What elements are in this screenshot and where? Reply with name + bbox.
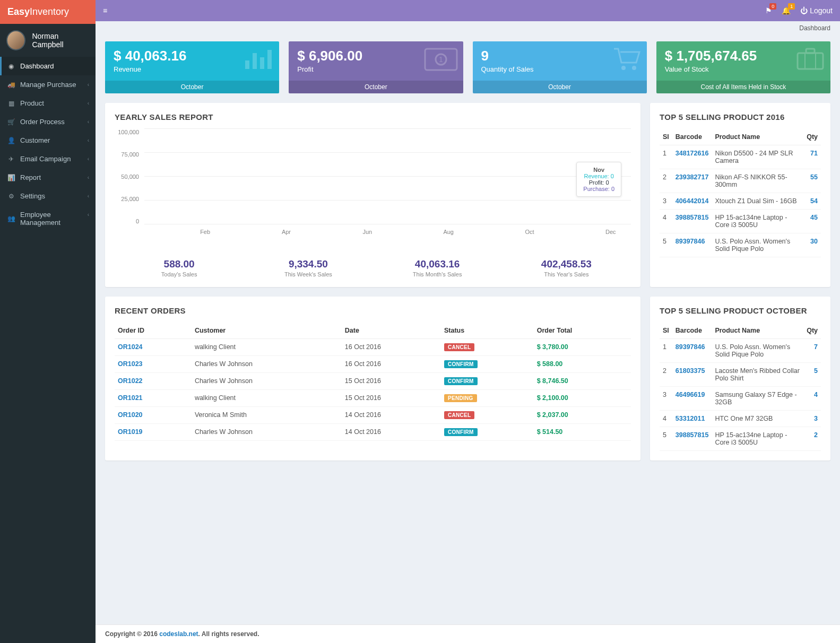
recent-orders-table: Order ID Customer Date Status Order Tota… [115,323,631,441]
chevron-left-icon: ‹ [88,175,89,180]
order-id-link[interactable]: OR1020 [118,411,143,419]
yearly-sales-panel: YEARLY SALES REPORT 100,00075,00050,0002… [105,103,640,287]
strip-label: Today's Sales [115,271,244,277]
status-badge: PENDING [444,394,477,402]
top5-month-panel: TOP 5 SELLING PRODUCT OCTOBER Sl Barcode… [650,297,830,460]
nav-icon: 👥 [7,215,15,222]
footer-link[interactable]: codeslab.net [159,630,198,638]
nav-icon: ◉ [7,63,15,70]
status-badge: CANCEL [444,411,474,419]
order-id-link[interactable]: OR1023 [118,360,143,368]
brand-rest: Inventory [30,6,69,17]
strip-value: 40,063.16 [373,258,502,270]
strip-label: This Year's Sales [502,271,631,277]
order-id-link[interactable]: OR1022 [118,377,143,385]
status-badge: CONFIRM [444,377,478,385]
sidebar-item-settings[interactable]: ⚙Settings [0,187,96,205]
barcode-link[interactable]: 398857815 [676,431,709,439]
chevron-left-icon: ‹ [88,100,89,106]
chevron-left-icon: ‹ [88,119,89,125]
barcode-link[interactable]: 239382717 [676,173,709,181]
barcode-link[interactable]: 61803375 [676,367,705,375]
svg-point-8 [632,66,636,70]
strip-value: 402,458.53 [502,258,631,270]
sidebar-item-order-process[interactable]: 🛒Order Process [0,112,96,131]
table-row: 589397846U.S. Polo Assn. Women's Solid P… [660,233,821,257]
stat-card[interactable]: $ 1,705,674.65Value of StockCost of All … [656,41,830,93]
barcode-link[interactable]: 89397846 [676,343,705,351]
strip-label: This Month's Sales [373,271,502,277]
table-row: 261803375Lacoste Men's Ribbed Collar Pol… [660,363,821,387]
table-row: 4398857815HP 15-ac134ne Laptop - Core i3… [660,210,821,233]
stat-card[interactable]: $ 6,906.00Profit1October [289,41,463,93]
sidebar-nav: ◉Dashboard🚚Manage Purchase‹▦Product‹🛒Ord… [0,57,96,232]
table-row: 3406442014Xtouch Z1 Dual Sim - 16GB54 [660,193,821,210]
top5-month-table: Sl Barcode Product Name Qty 189397846U.S… [660,323,821,451]
sidebar-item-manage-purchase[interactable]: 🚚Manage Purchase [0,75,96,94]
order-id-link[interactable]: OR1024 [118,343,143,351]
table-row: 1348172616Nikon D5500 - 24 MP SLR Camera… [660,145,821,169]
nav-icon: ✈ [7,155,15,163]
sidebar-item-label: Settings [20,192,45,200]
sidebar-item-label: Customer [20,136,50,144]
table-row: OR1020Veronica M Smith14 Oct 2016CANCEL$… [115,407,631,424]
sidebar-item-employee-management[interactable]: 👥Employee Management [0,205,96,232]
panel-title: TOP 5 SELLING PRODUCT 2016 [660,112,821,121]
brand-bold: Easy [7,6,30,17]
chevron-left-icon: ‹ [88,193,89,199]
chart-tooltip: Nov Revenue: 0 Profit: 0 Purchase: 0 [576,162,621,197]
bell-icon[interactable]: 🔔1 [782,6,791,15]
svg-rect-3 [267,50,272,69]
chevron-left-icon: ‹ [88,137,89,143]
chevron-left-icon: ‹ [88,156,89,162]
stat-footer: Cost of All Items Held in Stock [656,81,830,93]
nav-icon: ⚙ [7,193,15,200]
stat-footer: October [473,81,647,93]
barcode-link[interactable]: 406442014 [676,197,709,205]
order-id-link[interactable]: OR1019 [118,428,143,436]
barcode-link[interactable]: 398857815 [676,214,709,221]
stat-bg-icon: 1 [424,46,458,77]
sidebar-item-report[interactable]: 📊Report [0,168,96,187]
nav-icon: 👤 [7,137,15,144]
avatar[interactable] [6,30,25,50]
strip-value: 588.00 [115,258,244,270]
sidebar-item-label: Report [20,173,41,181]
table-row: 2239382717Nikon AF-S NIKKOR 55-300mm55 [660,169,821,193]
strip-label: This Week's Sales [244,271,373,277]
sidebar-item-product[interactable]: ▦Product [0,94,96,112]
stat-bg-icon [242,46,274,79]
sidebar-item-email-campaign[interactable]: ✈Email Campaign [0,150,96,168]
table-row: 453312011HTC One M7 32GB3 [660,411,821,427]
barcode-link[interactable]: 348172616 [676,150,709,157]
bell-badge: 1 [788,3,795,10]
table-row: OR1022Charles W Johnson15 Oct 2016CONFIR… [115,373,631,390]
sidebar-item-dashboard[interactable]: ◉Dashboard [0,57,96,75]
logout-button[interactable]: ⏻Logout [800,6,833,15]
stat-footer: October [105,81,279,93]
table-row: 189397846U.S. Polo Assn. Women's Solid P… [660,339,821,363]
order-id-link[interactable]: OR1021 [118,394,143,402]
table-row: OR1019Charles W Johnson14 Oct 2016CONFIR… [115,424,631,441]
brand-logo[interactable]: EasyInventory [0,0,96,24]
user-name: Norman Campbell [32,32,89,49]
menu-toggle-icon[interactable]: ≡ [103,6,107,15]
sales-summary-strip: 588.00Today's Sales9,334.50This Week's S… [115,251,631,277]
footer: Copyright © 2016 codeslab.net. All right… [96,624,840,643]
nav-icon: ▦ [7,100,15,107]
table-row: OR1023Charles W Johnson16 Oct 2016CONFIR… [115,356,631,373]
nav-icon: 🛒 [7,118,15,126]
stat-card[interactable]: 9Quantity of SalesOctober [473,41,647,93]
stat-cards: $ 40,063.16RevenueOctober$ 6,906.00Profi… [105,41,830,93]
breadcrumb: Dashboard [96,21,840,32]
barcode-link[interactable]: 89397846 [676,238,705,245]
sidebar-item-label: Dashboard [20,62,54,70]
status-badge: CONFIRM [444,428,478,436]
barcode-link[interactable]: 53312011 [676,415,705,422]
top5-year-panel: TOP 5 SELLING PRODUCT 2016 Sl Barcode Pr… [650,103,830,287]
barcode-link[interactable]: 46496619 [676,391,705,398]
flag-icon[interactable]: ⚑0 [765,6,772,15]
stat-card[interactable]: $ 40,063.16RevenueOctober [105,41,279,93]
svg-rect-1 [253,53,257,69]
sidebar-item-customer[interactable]: 👤Customer [0,131,96,150]
